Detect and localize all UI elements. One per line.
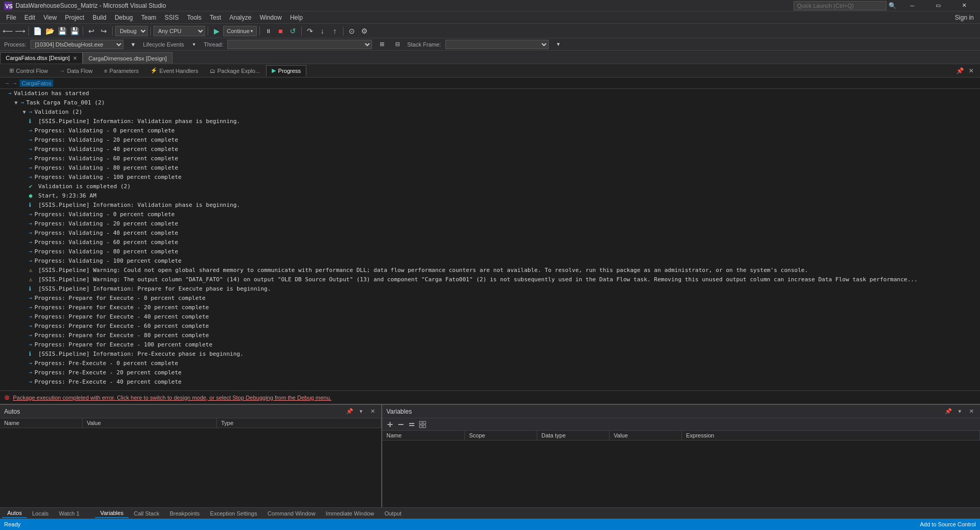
breadcrumb-cargafatos[interactable]: CargaFatos [20, 80, 53, 87]
tab-package-explorer[interactable]: 🗂 Package Explo... [205, 65, 266, 77]
menu-project[interactable]: Project [61, 11, 88, 23]
autos-close-btn[interactable]: ✕ [368, 407, 377, 416]
menu-test[interactable]: Test [206, 11, 225, 23]
close-inner-icon[interactable]: ✕ [967, 66, 976, 75]
quick-launch-input[interactable] [794, 1, 886, 10]
bottom-tab-watch1[interactable]: Watch 1 [54, 509, 85, 518]
variables-menu-btn[interactable]: ▾ [955, 407, 965, 416]
stackframe-dropdown[interactable] [445, 40, 549, 49]
autos-pin-btn[interactable]: 📌 [345, 407, 354, 416]
toolbar-step-out-btn[interactable]: ↑ [329, 25, 340, 37]
autos-menu-btn[interactable]: ▾ [356, 407, 366, 416]
tab-cargadimensoes[interactable]: CargaDimensoes.dtsx [Design] [83, 52, 173, 64]
toolbar-sep-6 [259, 26, 260, 36]
arrow-icon-prep-60: → [29, 322, 33, 330]
bottom-tab-command[interactable]: Command Window [262, 509, 321, 518]
error-link[interactable]: Package execution completed with error. … [13, 395, 331, 401]
thread-btn2[interactable]: ⊟ [392, 39, 403, 50]
lifecycle-chevron[interactable]: ▾ [188, 39, 199, 50]
bottom-tab-callstack[interactable]: Call Stack [129, 509, 165, 518]
tab-cargafatos[interactable]: CargaFatos.dtsx [Design] ✕ [0, 52, 83, 64]
bottom-tab-autos[interactable]: Autos [2, 509, 27, 518]
variables-move-btn[interactable] [407, 420, 416, 429]
line-text-4: Progress: Validating - 0 percent complet… [35, 127, 175, 135]
toolbar-new-btn[interactable]: 📄 [32, 25, 43, 37]
toolbar-save-all-btn[interactable]: 💾 [69, 25, 80, 37]
thread-btn1[interactable]: ⊞ [376, 39, 387, 50]
arrow-icon-9: → [29, 173, 33, 181]
variables-add-btn[interactable] [385, 420, 395, 429]
tab-parameters[interactable]: ≡ Parameters [99, 65, 144, 77]
tab-data-flow[interactable]: → Data Flow [54, 65, 98, 77]
minimize-button[interactable]: ─ [900, 0, 924, 11]
thread-dropdown[interactable] [227, 40, 372, 49]
menu-file[interactable]: File [2, 11, 20, 23]
menu-help[interactable]: Help [286, 11, 307, 23]
tab-control-flow[interactable]: ⊞ Control Flow [4, 65, 53, 77]
close-button[interactable]: ✕ [952, 0, 976, 11]
toolbar-stop-btn[interactable]: ■ [275, 25, 286, 37]
bottom-tab-variables[interactable]: Variables [95, 509, 129, 518]
progress-scroll[interactable]: → Validation has started ▼ → Task Carga … [0, 89, 980, 390]
menu-edit[interactable]: Edit [20, 11, 39, 23]
variables-delete-btn[interactable] [396, 420, 406, 429]
restore-button[interactable]: ▭ [926, 0, 950, 11]
toolbar-step-over-btn[interactable]: ↷ [304, 25, 316, 37]
debug-mode-dropdown[interactable]: Debug [115, 26, 148, 36]
toolbar-settings-btn[interactable]: ⚙ [359, 25, 370, 37]
status-add-source[interactable]: Add to Source Control [920, 521, 976, 527]
process-dropdown[interactable]: [10304] DtsDebugHost.exe [30, 40, 123, 49]
toolbar-step-into-btn[interactable]: ↓ [317, 25, 328, 37]
continue-dropdown[interactable]: Continue ▾ [223, 26, 257, 36]
toolbar-sep-3 [112, 26, 113, 36]
variables-pin-btn[interactable]: 📌 [944, 407, 953, 416]
bottom-tab-breakpoints[interactable]: Breakpoints [164, 509, 205, 518]
line-text-5: Progress: Validating - 20 percent comple… [35, 136, 178, 144]
svg-rect-10 [423, 425, 426, 428]
var-col-datatype: Data type [537, 431, 610, 440]
toolbar-redo-btn[interactable]: ↪ [98, 25, 110, 37]
arrow-icon-0: → [8, 89, 12, 98]
tab-cargadimensoes-label: CargaDimensoes.dtsx [Design] [88, 55, 167, 62]
expand-icon-1: ▼ [14, 99, 20, 107]
menu-tools[interactable]: Tools [183, 11, 206, 23]
toolbar-breakpoint-btn[interactable]: ⊙ [346, 25, 357, 37]
menu-view[interactable]: View [39, 11, 61, 23]
line-text-warning-1: [SSIS.Pipeline] Warning: Could not open … [38, 266, 808, 275]
variables-grid-btn[interactable] [418, 420, 427, 429]
bottom-tab-immediate[interactable]: Immediate Window [321, 509, 380, 518]
stackframe-btn[interactable]: ▾ [553, 39, 564, 50]
toolbar-restart-btn[interactable]: ↺ [287, 25, 299, 37]
menu-window[interactable]: Window [256, 11, 286, 23]
menu-debug[interactable]: Debug [111, 11, 137, 23]
toolbar-save-btn[interactable]: 💾 [56, 25, 68, 37]
line-text-pre-40: Progress: Pre-Execute - 40 percent compl… [35, 378, 182, 386]
menu-analyze[interactable]: Analyze [225, 11, 256, 23]
progress-line-0: → Validation has started [0, 89, 980, 98]
menu-build[interactable]: Build [88, 11, 111, 23]
toolbar-back-btn[interactable]: ⟵ [2, 25, 13, 37]
arrow-icon-1: → [21, 99, 24, 107]
platform-dropdown[interactable]: Any CPU [153, 26, 205, 36]
toolbar-sep-4 [150, 26, 151, 36]
autos-panel: Autos 📌 ▾ ✕ Name Value Type [0, 405, 382, 507]
menu-ssis[interactable]: SSIS [161, 11, 183, 23]
tab-cargafatos-close[interactable]: ✕ [73, 55, 77, 61]
toolbar-forward-btn[interactable]: ⟶ [14, 25, 26, 37]
variables-close-btn[interactable]: ✕ [967, 407, 976, 416]
svg-rect-3 [387, 424, 393, 425]
toolbar-pause-btn[interactable]: ⏸ [262, 25, 274, 37]
bottom-tab-exception[interactable]: Exception Settings [205, 509, 262, 518]
bottom-tab-output[interactable]: Output [379, 509, 407, 518]
pin-icon[interactable]: 📌 [955, 66, 965, 75]
menu-signin[interactable]: Sign in [951, 11, 978, 23]
toolbar-open-btn[interactable]: 📂 [44, 25, 55, 37]
process-filter-btn[interactable]: ▼ [128, 39, 139, 50]
bottom-tab-locals[interactable]: Locals [27, 509, 54, 518]
toolbar-undo-btn[interactable]: ↩ [86, 25, 97, 37]
arrow-icon-5: → [29, 136, 33, 144]
menu-team[interactable]: Team [137, 11, 160, 23]
tab-event-handlers[interactable]: ⚡ Event Handlers [145, 65, 204, 77]
toolbar-start-btn[interactable]: ▶ [211, 25, 222, 37]
tab-progress[interactable]: ▶ Progress [266, 65, 306, 77]
